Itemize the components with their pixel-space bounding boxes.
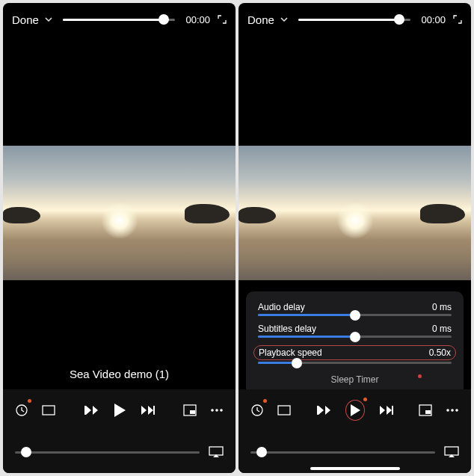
done-button[interactable]: Done xyxy=(12,13,39,26)
screen-right: Done 00:00 Audio delay 0 ms Subt xyxy=(238,3,471,473)
bottom-bar xyxy=(3,431,236,473)
volume-slider[interactable] xyxy=(250,451,435,454)
chevron-down-icon[interactable] xyxy=(45,16,52,23)
playback-speed-label: Playback speed xyxy=(259,347,322,358)
svg-rect-2 xyxy=(84,406,86,415)
clock-icon[interactable] xyxy=(15,404,28,417)
airplay-icon[interactable] xyxy=(444,446,459,458)
svg-rect-5 xyxy=(190,410,195,414)
time-label: 00:00 xyxy=(185,14,210,25)
airplay-icon[interactable] xyxy=(209,446,224,458)
pip-icon[interactable] xyxy=(183,404,197,416)
video-area[interactable]: Sea Video demo (1) xyxy=(3,36,236,389)
playback-speed-row: Playback speed 0.50x xyxy=(253,345,456,360)
subtitles-delay-value: 0 ms xyxy=(432,324,452,334)
video-area[interactable]: Audio delay 0 ms Subtitles delay 0 ms Pl… xyxy=(238,36,471,389)
control-bar xyxy=(3,389,236,431)
video-title: Sea Video demo (1) xyxy=(3,368,236,380)
home-indicator[interactable] xyxy=(310,467,400,470)
expand-icon[interactable] xyxy=(453,15,462,24)
video-frame xyxy=(3,146,236,280)
time-label: 00:00 xyxy=(421,14,446,25)
svg-rect-3 xyxy=(153,406,155,415)
expand-icon[interactable] xyxy=(218,15,227,24)
topbar: Done 00:00 xyxy=(3,3,236,36)
scrubber[interactable] xyxy=(298,19,411,21)
svg-point-8 xyxy=(220,409,223,412)
svg-rect-15 xyxy=(425,410,431,414)
playback-panel: Audio delay 0 ms Subtitles delay 0 ms Pl… xyxy=(246,291,464,389)
subtitles-delay-slider[interactable] xyxy=(258,336,452,338)
playback-speed-value: 0.50x xyxy=(429,347,451,358)
video-frame xyxy=(238,146,471,280)
svg-rect-13 xyxy=(392,406,393,415)
more-icon[interactable] xyxy=(446,408,459,412)
aspect-icon[interactable] xyxy=(277,405,291,415)
svg-rect-11 xyxy=(278,406,290,415)
svg-point-7 xyxy=(215,409,218,412)
pip-icon[interactable] xyxy=(419,404,432,416)
scrubber[interactable] xyxy=(63,19,176,21)
prev-track-icon[interactable] xyxy=(317,404,332,416)
audio-delay-value: 0 ms xyxy=(432,302,452,312)
aspect-icon[interactable] xyxy=(42,405,55,415)
next-track-icon[interactable] xyxy=(378,404,393,416)
svg-point-17 xyxy=(451,409,454,412)
sleep-timer-label: Sleep Timer xyxy=(330,374,378,385)
volume-slider[interactable] xyxy=(15,451,200,454)
control-bar xyxy=(238,389,471,431)
clock-icon[interactable] xyxy=(250,404,264,417)
more-icon[interactable] xyxy=(210,408,224,412)
svg-point-16 xyxy=(446,409,449,412)
subtitles-delay-label: Subtitles delay xyxy=(258,324,316,334)
svg-rect-19 xyxy=(445,447,458,455)
play-icon[interactable] xyxy=(113,403,126,418)
play-icon[interactable] xyxy=(345,400,365,421)
svg-point-6 xyxy=(211,409,214,412)
svg-rect-12 xyxy=(317,406,318,415)
audio-delay-slider[interactable] xyxy=(258,314,452,316)
done-button[interactable]: Done xyxy=(247,13,274,26)
prev-track-icon[interactable] xyxy=(84,404,99,416)
svg-point-18 xyxy=(455,409,458,412)
playback-speed-slider[interactable] xyxy=(258,362,452,364)
audio-delay-label: Audio delay xyxy=(258,302,305,312)
screen-left: Done 00:00 Sea Video demo (1) xyxy=(3,3,236,473)
topbar: Done 00:00 xyxy=(238,3,471,36)
svg-rect-9 xyxy=(209,447,223,455)
sleep-timer-row[interactable]: Sleep Timer xyxy=(258,371,452,385)
chevron-down-icon[interactable] xyxy=(280,16,288,23)
next-track-icon[interactable] xyxy=(140,404,155,416)
svg-rect-1 xyxy=(43,406,55,415)
